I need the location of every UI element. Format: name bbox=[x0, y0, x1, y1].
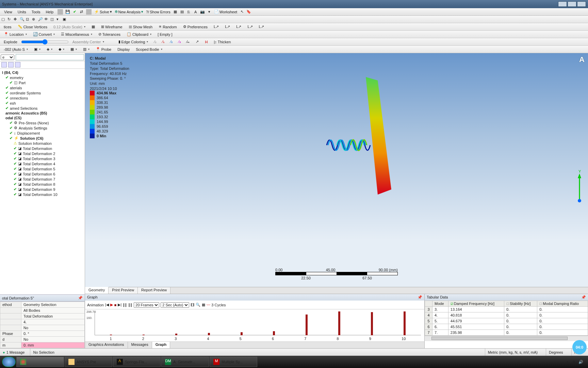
zoom-box-icon[interactable]: ⊡ bbox=[26, 17, 31, 22]
tree-analysis-settings[interactable]: ✔⚙ Analysis Settings bbox=[0, 125, 85, 131]
cursor-tool-icon[interactable]: ▢ bbox=[1, 17, 6, 22]
tree-td-5[interactable]: ✔◪ Total Deformation 5 bbox=[0, 166, 85, 171]
menu-tools[interactable]: Tools bbox=[29, 9, 43, 15]
tree-root[interactable]: l (B4, C4) bbox=[0, 70, 85, 75]
tree-td-4[interactable]: ✔◪ Total Deformation 4 bbox=[0, 161, 85, 166]
minimize-button[interactable] bbox=[558, 1, 567, 7]
zoom-tool-icon[interactable]: 🔍 bbox=[20, 17, 24, 22]
name-filter-type[interactable]: e bbox=[1, 55, 14, 60]
maximize-button[interactable] bbox=[568, 1, 576, 7]
task-chrome[interactable] bbox=[16, 357, 64, 367]
tab-messages[interactable]: Messages bbox=[128, 342, 152, 348]
tree-modal[interactable]: odal (C5) bbox=[0, 116, 85, 120]
cube-dd5-icon[interactable]: ▥ bbox=[81, 46, 92, 52]
tree-td-2[interactable]: ✔◪ Total Deformation 2 bbox=[0, 151, 85, 156]
anim-bars-icon[interactable]: ‖‖ bbox=[123, 303, 127, 307]
menu-units[interactable]: Units bbox=[15, 9, 29, 15]
task-mech[interactable]: MMultiple Sy... bbox=[210, 357, 257, 367]
select-icon[interactable]: ▣ bbox=[63, 17, 67, 22]
vertices-button[interactable]: tices bbox=[1, 24, 14, 30]
tree-connections[interactable]: ✔onnections bbox=[0, 95, 85, 101]
zoom-fit-icon[interactable]: 🔍 bbox=[196, 303, 200, 307]
tree-part[interactable]: ✔◫ Part bbox=[0, 80, 85, 85]
new-analysis-button[interactable]: ❇New Analysis ▾ bbox=[113, 9, 145, 15]
random-button[interactable]: ✳Random bbox=[156, 24, 179, 30]
tree-solution[interactable]: ✔⚡ Solution (C6) bbox=[0, 136, 85, 141]
graph-pin-icon[interactable]: 📌 bbox=[418, 295, 422, 300]
tabular-table[interactable]: Mode ☑Damped Frequency [Hz] ☐Stability [… bbox=[425, 301, 588, 336]
tb-icon-a[interactable]: ▦ bbox=[173, 9, 178, 15]
tree-sol-info[interactable]: ⚠ Solution Information bbox=[0, 141, 85, 146]
close-vertices-button[interactable]: 📏Close Vertices bbox=[15, 24, 50, 30]
tb-icon-d[interactable]: A bbox=[193, 9, 198, 15]
system-tray[interactable]: ▲ 🖧 🔊 bbox=[563, 360, 586, 364]
tabular-pin-icon[interactable]: 📌 bbox=[581, 295, 586, 300]
misc-dropdown[interactable]: ☰Miscellaneous bbox=[59, 31, 95, 37]
tree-mesh[interactable]: ✔esh bbox=[0, 101, 85, 106]
assembly-center-dropdown[interactable]: Assembly Center bbox=[70, 39, 107, 45]
preferences-button[interactable]: ⚙Preferences bbox=[181, 24, 210, 30]
tree-displacement[interactable]: ✔↕ Displacement bbox=[0, 131, 85, 136]
tree-td-9[interactable]: ✔◪ Total Deformation 9 bbox=[0, 187, 85, 192]
tree-td-10[interactable]: ✔◪ Total Deformation 10 bbox=[0, 192, 85, 197]
axis-l3-icon[interactable]: L↗ bbox=[234, 24, 244, 30]
pan-tool-icon[interactable]: ✥ bbox=[14, 17, 18, 22]
anim-play-icon[interactable]: ▶ bbox=[110, 303, 113, 307]
edge-coloring-dropdown[interactable]: ▮Edge Coloring bbox=[116, 39, 151, 45]
anim-last-icon[interactable]: ▶| bbox=[118, 303, 121, 307]
cube-dd2-icon[interactable]: ◈ bbox=[44, 46, 55, 52]
ec-0-icon[interactable]: ∕₀ bbox=[152, 39, 159, 45]
ec-3-icon[interactable]: ∕₃ bbox=[176, 39, 183, 45]
menu-view[interactable]: View bbox=[1, 9, 15, 15]
ec-2-icon[interactable]: ∕₂ bbox=[168, 39, 175, 45]
tab-print-preview[interactable]: Print Preview bbox=[109, 287, 138, 294]
orientation-triad[interactable]: Y bbox=[574, 170, 585, 204]
axis-L-icon[interactable]: L↗ bbox=[211, 24, 221, 30]
toggle-icon[interactable]: ⇄ bbox=[79, 9, 84, 15]
camera-icon[interactable]: 📷 bbox=[200, 9, 205, 15]
start-button[interactable] bbox=[2, 357, 16, 367]
rotate-tool-icon[interactable]: ↻ bbox=[7, 17, 12, 22]
tree-td-3[interactable]: ✔◪ Total Deformation 3 bbox=[0, 156, 85, 161]
tab-geometry[interactable]: Geometry bbox=[85, 287, 109, 294]
cursor-icon[interactable]: ↖ bbox=[239, 9, 245, 15]
ec-1-icon[interactable]: ∕₁ bbox=[160, 39, 167, 45]
location-dropdown[interactable]: 📍Location bbox=[1, 31, 29, 37]
tree-td-8[interactable]: ✔◪ Total Deformation 8 bbox=[0, 182, 85, 187]
anim-bars2-icon[interactable]: ‖‖ bbox=[128, 303, 132, 307]
cube-dd1-icon[interactable]: ▣ bbox=[32, 46, 43, 52]
fit-icon[interactable]: ⊕ bbox=[32, 17, 37, 22]
task-dm[interactable]: DMA: Geometr... bbox=[161, 357, 209, 367]
save-icon[interactable]: 💾 bbox=[65, 9, 70, 15]
explode-slider[interactable] bbox=[21, 39, 69, 45]
outline-tree[interactable]: l (B4, C4) ✔eometry ✔◫ Part ✔aterials ✔o… bbox=[0, 69, 85, 294]
export-anim-icon[interactable]: 🎞 bbox=[191, 303, 194, 307]
tree-td-1[interactable]: ✔◪ Total Deformation bbox=[0, 146, 85, 151]
graphics-viewport[interactable]: C: Modal Total Deformation 5 Type: Total… bbox=[85, 53, 588, 287]
refresh-icon[interactable]: ✔ bbox=[72, 9, 77, 15]
tree-geometry[interactable]: ✔eometry bbox=[0, 75, 85, 80]
tb-icon-e[interactable]: ▾ bbox=[207, 9, 212, 15]
pin-icon[interactable]: 📌 bbox=[78, 296, 83, 300]
tray-up-icon[interactable]: ▲ bbox=[566, 360, 569, 364]
anim-stop-icon[interactable]: ■ bbox=[114, 303, 117, 307]
scoped-bodies-dropdown[interactable]: Scoped Bodie bbox=[133, 46, 165, 52]
ec-arrow-icon[interactable]: ↗ bbox=[193, 39, 201, 45]
iso-icon[interactable]: ◫ bbox=[50, 17, 55, 22]
look-at-icon[interactable]: 👁 bbox=[44, 17, 49, 22]
tab-graphics-annotations[interactable]: Graphics Annotations bbox=[85, 342, 128, 348]
axis-l5-icon[interactable]: L↗ bbox=[257, 24, 266, 30]
tree-materials[interactable]: ✔aterials bbox=[0, 85, 85, 90]
details-grid[interactable]: ethodGeometry Selection All Bodies Total… bbox=[0, 302, 85, 348]
grid-icon[interactable]: ▦ bbox=[202, 303, 205, 307]
task-explorer[interactable]: ANSYS Pre bbox=[65, 357, 112, 367]
cube-dd4-icon[interactable]: ▦ bbox=[68, 46, 79, 52]
tree-coord-sys[interactable]: ✔oordinate Systems bbox=[0, 90, 85, 95]
solve-button[interactable]: ⚡Solve ▾ bbox=[93, 9, 113, 15]
close-button[interactable] bbox=[577, 1, 586, 7]
tb-icon-b[interactable]: ▤ bbox=[179, 9, 185, 15]
tree-named-sel[interactable]: ✔amed Selections bbox=[0, 106, 85, 111]
tray-net-icon[interactable]: 🖧 bbox=[572, 360, 576, 364]
cycles-label[interactable]: 〰3 Cycles bbox=[207, 303, 226, 307]
anim-first-icon[interactable]: |◀ bbox=[105, 303, 109, 307]
